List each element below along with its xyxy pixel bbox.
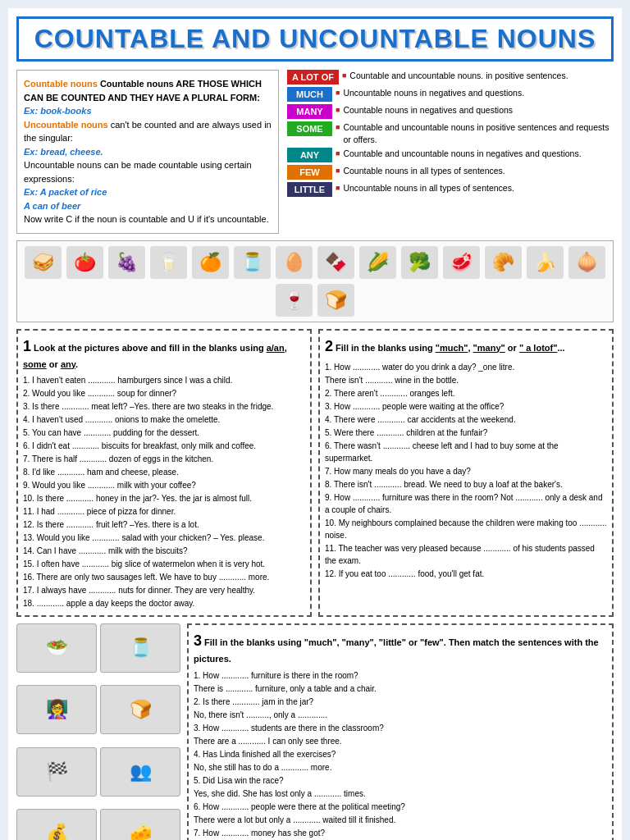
bottom-image: 👥 xyxy=(100,747,180,797)
exercise2-title: 2 Fill in the blanks using "much", "many… xyxy=(325,336,607,358)
list-item: 4. There were ............ car accidents… xyxy=(325,413,607,426)
list-item: 13. Would you like ............ salad wi… xyxy=(23,532,305,544)
food-icon: 🥩 xyxy=(443,246,480,279)
bottom-image: 🏁 xyxy=(16,747,97,797)
exercises-section: 1 Look at the pictures above and fill in… xyxy=(16,329,614,618)
quantifier-row: SOMECountable and uncountable nouns in p… xyxy=(287,121,614,145)
food-icon: 🥦 xyxy=(401,246,438,279)
list-item: 12. If you eat too ............ food, yo… xyxy=(325,568,607,580)
exercise1-instruction: Look at the pictures above and fill in t… xyxy=(23,343,287,369)
list-item: There are a ............ I can only see … xyxy=(194,735,607,747)
bottom-image: 💰 xyxy=(16,809,97,840)
list-item: 5. Were there ............ children at t… xyxy=(325,427,607,439)
exercise2-number: 2 xyxy=(325,338,333,354)
food-images-row: 🥪🍅🍇🥛🍊🫙🥚🍫🌽🥦🥩🥐🍌🧅🍷🍞 xyxy=(16,240,614,322)
exercise2-instruction: Fill in the blanks using "much", "many" … xyxy=(336,343,564,353)
exercise1-title: 1 Look at the pictures above and fill in… xyxy=(23,336,305,372)
exercise2-list: 1. How ............ water do you drink a… xyxy=(325,361,607,580)
list-item: There is ............ furniture, only a … xyxy=(194,682,607,695)
list-item: 4. I haven't used ............ onions to… xyxy=(23,413,305,426)
example-countable: Ex: book-books xyxy=(24,104,272,118)
quantifier-row: ANYCountable and uncountable nouns in ne… xyxy=(287,148,614,162)
exercise2-box: 2 Fill in the blanks using "much", "many… xyxy=(318,329,614,618)
food-icon: 🍫 xyxy=(317,246,354,279)
food-icon: 🥐 xyxy=(485,246,522,279)
quantifier-desc: Countable nouns in all types of sentence… xyxy=(336,165,614,177)
quantifier-row: MUCHUncountable nouns in negatives and q… xyxy=(287,87,614,102)
example-uncountable: Ex: bread, cheese. xyxy=(24,147,103,157)
list-item: 10. My neighbours complained because the… xyxy=(325,517,607,541)
list-item: 12. Is there ............ fruit left? –Y… xyxy=(23,518,305,531)
quantifier-desc: Countable nouns in negatives and questio… xyxy=(336,104,614,116)
list-item: 2. There aren't ............ oranges lef… xyxy=(325,387,607,399)
food-icon: 🥛 xyxy=(150,246,187,279)
food-icons-container: 🥪🍅🍇🥛🍊🫙🥚🍫🌽🥦🥩🥐🍌🧅🍷🍞 xyxy=(22,246,608,317)
left-info-box: Countable nouns Countable nouns ARE THOS… xyxy=(16,70,279,234)
list-item: 7. There is half ............ dozen of e… xyxy=(23,453,305,465)
exercise1-box: 1 Look at the pictures above and fill in… xyxy=(16,329,312,618)
food-icon: 🍅 xyxy=(66,246,103,279)
instruction-text: Now write C if the noun is countable and… xyxy=(24,212,272,226)
list-item: There were a lot but only a ............… xyxy=(194,814,607,826)
page-title: COUNTABLE AND UNCOUNTABLE NOUNS xyxy=(16,16,614,62)
list-item: 1. How ............ furniture is there i… xyxy=(194,669,607,682)
exercise3-instruction: Fill in the blanks using "much", "many",… xyxy=(194,637,599,664)
list-item: 15. I often have ............ big slice … xyxy=(23,558,305,570)
exercise3-title: 3 Fill in the blanks using "much", "many… xyxy=(194,630,607,666)
quantifier-label: ANY xyxy=(287,148,332,162)
food-icon: 🧅 xyxy=(568,246,605,279)
list-item: 5. You can have ............ pudding for… xyxy=(23,427,305,439)
bottom-image: 🍞 xyxy=(100,685,180,734)
food-icon: 🍷 xyxy=(276,284,313,317)
list-item: 16. There are only two sausages left. We… xyxy=(23,571,305,583)
list-item: 7. How many meals do you have a day? xyxy=(325,465,607,477)
list-item: Yes, she did. She has lost only a ......… xyxy=(194,788,607,800)
list-item: 10. Is there ............ honey in the j… xyxy=(23,492,305,504)
quantifier-desc: Uncountable nouns in negatives and quest… xyxy=(336,87,614,99)
countable-nouns-label: Countable nouns xyxy=(24,79,98,89)
list-item: 9. How ............ furniture was there … xyxy=(325,491,607,516)
list-item: No, there isn't .........., only a .....… xyxy=(194,709,607,721)
bottom-image: 🫙 xyxy=(100,623,180,673)
list-item: 8. I'd like ............ ham and cheese,… xyxy=(23,466,305,478)
quantifier-desc: Uncountable nouns in all types of senten… xyxy=(336,182,614,194)
list-item: 6. I didn't eat ............ biscuits fo… xyxy=(23,440,305,452)
list-item: 3. How ............ people were waiting … xyxy=(325,400,607,413)
top-section: Countable nouns Countable nouns ARE THOS… xyxy=(16,70,614,234)
quantifier-row: LITTLEUncountable nouns in all types of … xyxy=(287,182,614,197)
list-item: 3. Is there ............ meat left? –Yes… xyxy=(23,400,305,413)
food-icon: 🌽 xyxy=(359,246,396,279)
list-item: 2. Would you like ............ soup for … xyxy=(23,387,305,399)
list-item: 6. How ............ people were there at… xyxy=(194,801,607,813)
quantifier-label: FEW xyxy=(287,165,332,180)
quantifier-desc: Countable and uncountable nouns in posit… xyxy=(336,121,614,145)
exercise3-box: 3 Fill in the blanks using "much", "many… xyxy=(187,623,614,840)
made-countable-desc: Uncountable nouns can be made countable … xyxy=(24,158,272,185)
quantifier-desc: Countable and uncountable nouns. in posi… xyxy=(342,70,614,82)
list-item: 2. Is there ............ jam in the jar? xyxy=(194,696,607,708)
quantifiers-list: A LOT OFCountable and uncountable nouns.… xyxy=(287,70,614,234)
food-icon: 🍇 xyxy=(108,246,145,279)
bottom-image: 👩‍🏫 xyxy=(16,685,97,734)
exercise3-list: 1. How ............ furniture is there i… xyxy=(194,669,607,841)
quantifier-label: MUCH xyxy=(287,87,332,102)
food-icon: 🥚 xyxy=(276,246,313,279)
bottom-image: 🧀 xyxy=(100,809,180,840)
food-icon: 🥪 xyxy=(25,246,62,279)
quantifier-label: LITTLE xyxy=(287,182,332,197)
bottom-image: 🥗 xyxy=(16,623,97,673)
quantifier-row: A LOT OFCountable and uncountable nouns.… xyxy=(287,70,614,84)
list-item: 7. How ............ money has she got? xyxy=(194,827,607,839)
list-item: 3. How ............ students are there i… xyxy=(194,722,607,734)
list-item: 1. How ............ water do you drink a… xyxy=(325,361,607,373)
quantifier-row: FEWCountable nouns in all types of sente… xyxy=(287,165,614,180)
quantifier-label: MANY xyxy=(287,104,332,119)
page: COUNTABLE AND UNCOUNTABLE NOUNS Countabl… xyxy=(8,8,622,840)
list-item: 9. Would you like ............ milk with… xyxy=(23,479,305,491)
example-packet: Ex: A packet of rice xyxy=(24,185,272,199)
list-item: 11. I had ............ piece of pizza fo… xyxy=(23,505,305,518)
bottom-images-grid: 🥗🫙👩‍🏫🍞🏁👥💰🧀🥂🎁🍫🥐 xyxy=(16,623,180,840)
quantifier-desc: Countable and uncountable nouns in negat… xyxy=(336,148,614,160)
food-icon: 🍌 xyxy=(527,246,564,279)
list-item: 18. ............ apple a day keeps the d… xyxy=(23,597,305,609)
